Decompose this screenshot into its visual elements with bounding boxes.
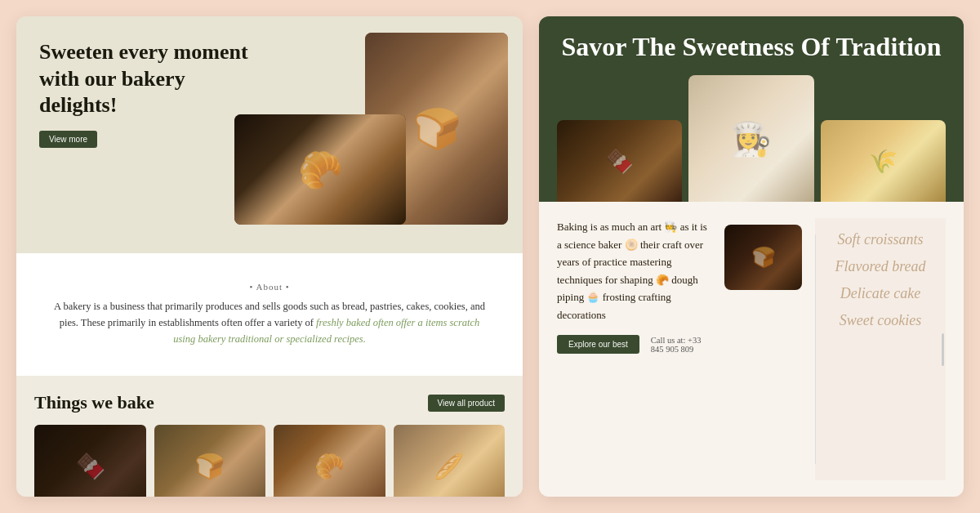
croissant-image <box>274 425 385 497</box>
menu-item-croissants: Soft croissants <box>838 231 924 248</box>
baking-description: Baking is as much an art 🧑‍🍳 as it is a … <box>557 218 711 323</box>
right-panel: Savor The Sweetness Of Tradition Baking … <box>539 16 964 497</box>
view-all-button[interactable]: View all product <box>428 395 505 412</box>
right-small-bread-image <box>724 225 802 290</box>
about-label: • About • <box>49 282 490 292</box>
phone-number: Call us at: +33 845 905 809 <box>651 336 711 354</box>
scrollbar[interactable] <box>942 333 944 366</box>
bake-section-title: Things we bake <box>34 392 154 413</box>
hero-images <box>365 33 508 225</box>
hero-title: Sweeten every moment with our bakery del… <box>39 39 252 119</box>
about-text: A bakery is a business that primarily pr… <box>49 298 490 347</box>
bread-image <box>154 425 266 497</box>
bake-grid: Brioche Baguette <box>34 425 505 497</box>
menu-item-bread: Flavored bread <box>835 258 925 275</box>
explore-button[interactable]: Explore our best <box>557 335 639 354</box>
view-more-button[interactable]: View more <box>39 131 97 148</box>
right-bottom-section: Baking is as much an art 🧑‍🍳 as it is a … <box>539 202 964 497</box>
hero-image-croissant-bottom <box>234 114 406 225</box>
menu-item-cookies: Sweet cookies <box>840 312 921 329</box>
menu-item-cake: Delicate cake <box>840 285 920 302</box>
list-item: Baguette <box>394 425 506 497</box>
right-photo-baker <box>688 75 813 202</box>
menu-list: Soft croissants Flavored bread Delicate … <box>815 218 946 480</box>
brioche-image <box>34 425 146 497</box>
right-content-area: Baking is as much an art 🧑‍🍳 as it is a … <box>557 218 711 480</box>
list-item: Brioche <box>34 425 146 497</box>
bake-section: Things we bake View all product Brioche … <box>16 376 523 497</box>
right-action-row: Explore our best Call us at: +33 845 905… <box>557 335 711 354</box>
list-item <box>274 425 385 497</box>
right-main-title: Savor The Sweetness Of Tradition <box>557 31 946 62</box>
right-photo-chocolate <box>557 120 682 202</box>
hero-section: Sweeten every moment with our bakery del… <box>16 16 523 253</box>
about-section: • About • A bakery is a business that pr… <box>16 253 523 376</box>
right-photo-bread-rolls <box>821 120 946 202</box>
right-photo-grid <box>557 75 946 202</box>
left-panel: Sweeten every moment with our bakery del… <box>16 16 523 497</box>
list-item <box>154 425 266 497</box>
right-top-section: Savor The Sweetness Of Tradition <box>539 16 964 202</box>
bake-header: Things we bake View all product <box>34 392 505 413</box>
baguette-image <box>394 425 506 497</box>
